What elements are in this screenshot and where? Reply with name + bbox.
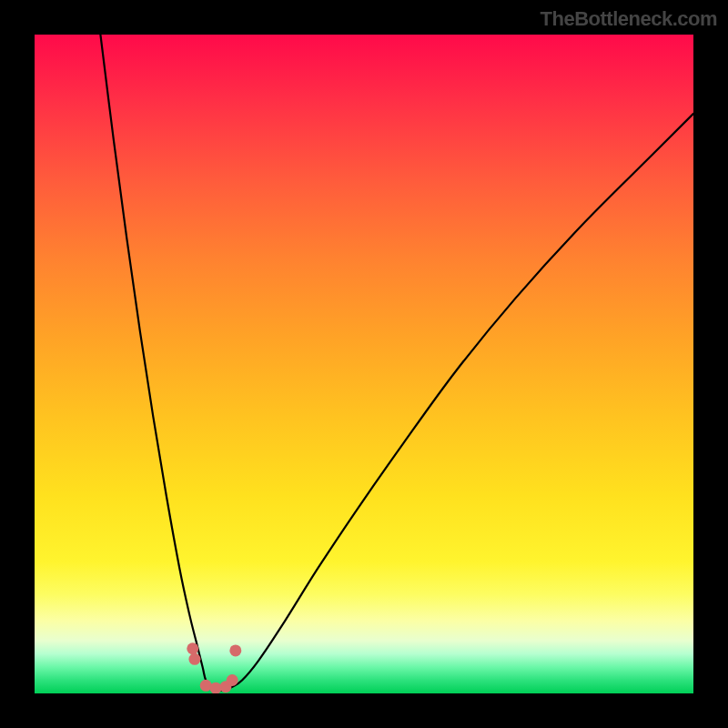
marker-point bbox=[187, 642, 198, 654]
curve-svg bbox=[35, 35, 693, 693]
marker-point bbox=[229, 644, 241, 656]
marker-group bbox=[187, 642, 241, 693]
marker-point bbox=[188, 653, 200, 665]
plot-area bbox=[35, 35, 693, 693]
marker-point bbox=[200, 680, 212, 692]
watermark-text: TheBottleneck.com bbox=[541, 7, 717, 31]
chart-container: TheBottleneck.com bbox=[0, 0, 728, 728]
marker-point bbox=[227, 674, 238, 686]
bottleneck-curve bbox=[100, 35, 693, 691]
